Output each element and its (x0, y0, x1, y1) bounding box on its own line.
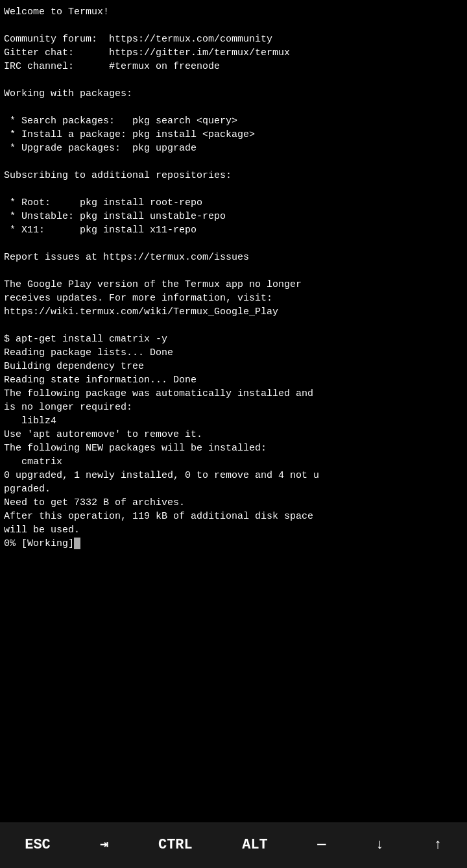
tab-key[interactable]: ⇥ (92, 832, 116, 860)
bottom-bar: ESC ⇥ CTRL ALT — ↓ ↑ (0, 823, 467, 868)
up-arrow-key[interactable]: ↑ (426, 832, 450, 860)
cursor (74, 538, 80, 549)
alt-key[interactable]: ALT (234, 832, 276, 860)
ctrl-key[interactable]: CTRL (150, 832, 200, 860)
down-arrow-key[interactable]: ↓ (368, 832, 392, 860)
dash-key[interactable]: — (309, 832, 333, 860)
terminal-output: Welcome to Termux! Community forum: http… (0, 0, 467, 823)
esc-key[interactable]: ESC (17, 832, 58, 860)
